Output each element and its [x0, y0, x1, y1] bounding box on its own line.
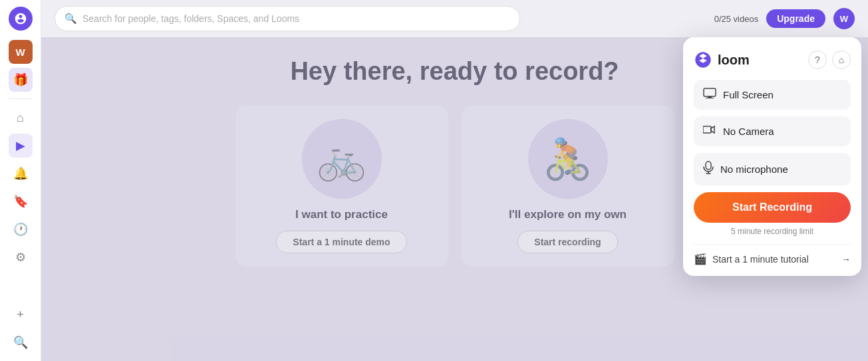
popup-home-icon[interactable]: ⌂ [832, 51, 851, 69]
card-explore: 🚴 I'll explore on my own Start recording [462, 106, 674, 267]
svg-rect-3 [706, 162, 711, 170]
start-recording-button[interactable]: Start Recording [694, 192, 851, 223]
sidebar-divider-1 [9, 98, 33, 99]
sidebar-add-button[interactable]: + [9, 302, 33, 326]
tutorial-arrow-icon: → [841, 254, 851, 265]
loom-popup: loom ? ⌂ Full Screen [683, 37, 861, 276]
start-recording-card-button[interactable]: Start recording [517, 231, 617, 253]
tutorial-link[interactable]: 🎬 Start a 1 minute tutorial → [694, 253, 851, 265]
question-icon: ? [815, 55, 820, 65]
no-microphone-label: No microphone [720, 164, 788, 175]
svg-rect-1 [708, 96, 712, 98]
camera-icon [703, 124, 716, 138]
loom-logo-icon [694, 51, 712, 69]
hero-title: Hey there, ready to record? [290, 57, 619, 86]
bookmark-icon: 🔖 [13, 194, 28, 209]
header-avatar[interactable]: W [833, 8, 855, 29]
video-icon: ▶ [16, 138, 25, 153]
no-microphone-option[interactable]: No microphone [694, 153, 851, 185]
sidebar-user-avatar[interactable]: W [9, 40, 33, 64]
search-bottom-icon: 🔍 [13, 335, 28, 350]
clapperboard-icon: 🎬 [694, 253, 707, 265]
home-icon: ⌂ [17, 111, 24, 125]
sidebar-item-bookmark[interactable]: 🔖 [9, 189, 33, 213]
sidebar-item-bell[interactable]: 🔔 [9, 162, 33, 185]
card-practice-title: I want to practice [295, 208, 388, 221]
popup-logo: loom [694, 51, 750, 69]
bell-icon: 🔔 [13, 166, 28, 181]
popup-logo-text: loom [718, 53, 750, 68]
full-screen-option[interactable]: Full Screen [694, 80, 851, 110]
sidebar-gift-icon[interactable]: 🎁 [9, 68, 33, 92]
card-practice: 🚲 I want to practice Start a 1 minute de… [235, 106, 448, 267]
popup-help-icon[interactable]: ? [808, 51, 827, 69]
sidebar-item-home[interactable]: ⌂ [9, 106, 33, 130]
sidebar-item-settings[interactable]: ⚙ [9, 245, 33, 269]
clock-icon: 🕐 [13, 222, 28, 237]
sidebar: W 🎁 ⌂ ▶ 🔔 🔖 🕐 ⚙ + 🔍 [0, 0, 41, 361]
card-explore-illustration: 🚴 [528, 119, 608, 199]
sidebar-logo [9, 7, 33, 31]
sidebar-bottom: + 🔍 [9, 302, 33, 354]
search-icon: 🔍 [65, 13, 77, 25]
start-demo-button[interactable]: Start a 1 minute demo [276, 231, 406, 253]
popup-header: loom ? ⌂ [694, 51, 851, 69]
svg-rect-2 [706, 98, 714, 98]
header-right: 0/25 videos Upgrade W [714, 8, 855, 29]
no-camera-option[interactable]: No Camera [694, 116, 851, 146]
video-count: 0/25 videos [714, 14, 759, 24]
card-explore-title: I'll explore on my own [509, 208, 627, 221]
microphone-icon [703, 161, 714, 178]
home-popup-icon: ⌂ [839, 55, 844, 65]
search-placeholder: Search for people, tags, folders, Spaces… [82, 13, 299, 24]
tutorial-label: Start a 1 minute tutorial [712, 254, 809, 265]
add-icon: + [17, 308, 24, 322]
fullscreen-icon [703, 88, 716, 102]
card-practice-illustration: 🚲 [302, 119, 382, 199]
upgrade-button[interactable]: Upgrade [766, 9, 825, 28]
no-camera-label: No Camera [723, 126, 774, 137]
recording-limit-text: 5 minute recording limit [694, 227, 851, 236]
header: 🔍 Search for people, tags, folders, Spac… [41, 0, 868, 37]
cards-row: 🚲 I want to practice Start a 1 minute de… [196, 106, 714, 267]
svg-rect-0 [704, 88, 716, 96]
popup-header-icons: ? ⌂ [808, 51, 851, 69]
sidebar-item-clock[interactable]: 🕐 [9, 217, 33, 241]
sidebar-search-button[interactable]: 🔍 [9, 330, 33, 354]
full-screen-label: Full Screen [723, 89, 774, 100]
search-bar[interactable]: 🔍 Search for people, tags, folders, Spac… [55, 6, 520, 31]
settings-icon: ⚙ [15, 250, 26, 265]
popup-divider [694, 244, 851, 245]
sidebar-item-video[interactable]: ▶ [9, 134, 33, 158]
